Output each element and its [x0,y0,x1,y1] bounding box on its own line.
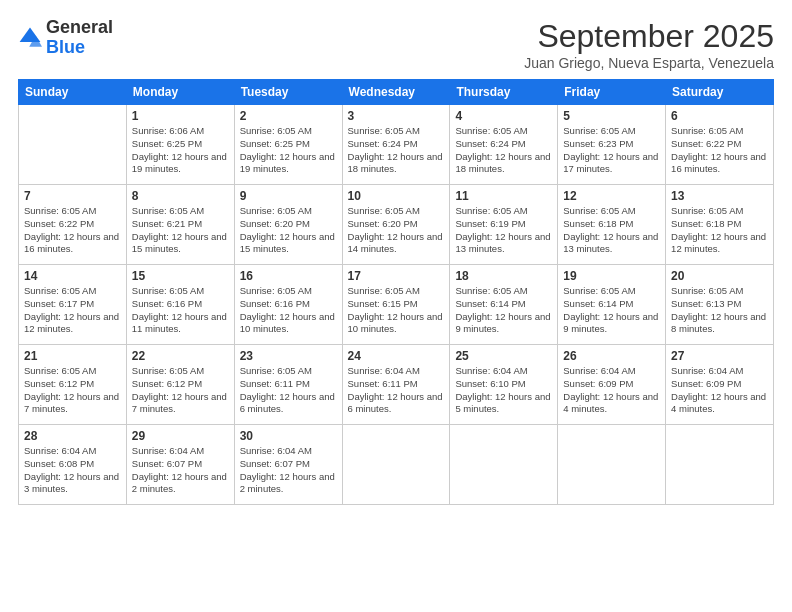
calendar-cell: 27Sunrise: 6:04 AM Sunset: 6:09 PM Dayli… [666,345,774,425]
calendar-cell: 18Sunrise: 6:05 AM Sunset: 6:14 PM Dayli… [450,265,558,345]
location-subtitle: Juan Griego, Nueva Esparta, Venezuela [524,55,774,71]
day-number: 17 [348,269,445,283]
day-number: 29 [132,429,229,443]
day-info: Sunrise: 6:04 AM Sunset: 6:07 PM Dayligh… [240,445,337,496]
logo-text: General Blue [46,18,113,58]
day-info: Sunrise: 6:05 AM Sunset: 6:20 PM Dayligh… [348,205,445,256]
day-number: 7 [24,189,121,203]
calendar-cell: 10Sunrise: 6:05 AM Sunset: 6:20 PM Dayli… [342,185,450,265]
week-row-2: 7Sunrise: 6:05 AM Sunset: 6:22 PM Daylig… [19,185,774,265]
logo-blue: Blue [46,37,85,57]
day-info: Sunrise: 6:04 AM Sunset: 6:09 PM Dayligh… [563,365,660,416]
day-number: 3 [348,109,445,123]
day-info: Sunrise: 6:05 AM Sunset: 6:19 PM Dayligh… [455,205,552,256]
header: General Blue September 2025 Juan Griego,… [18,18,774,71]
day-info: Sunrise: 6:04 AM Sunset: 6:08 PM Dayligh… [24,445,121,496]
day-info: Sunrise: 6:05 AM Sunset: 6:22 PM Dayligh… [671,125,768,176]
calendar-cell: 29Sunrise: 6:04 AM Sunset: 6:07 PM Dayli… [126,425,234,505]
day-info: Sunrise: 6:05 AM Sunset: 6:22 PM Dayligh… [24,205,121,256]
calendar-cell: 7Sunrise: 6:05 AM Sunset: 6:22 PM Daylig… [19,185,127,265]
day-number: 11 [455,189,552,203]
calendar-cell: 3Sunrise: 6:05 AM Sunset: 6:24 PM Daylig… [342,105,450,185]
day-number: 26 [563,349,660,363]
calendar-cell: 6Sunrise: 6:05 AM Sunset: 6:22 PM Daylig… [666,105,774,185]
calendar-cell [558,425,666,505]
calendar-cell: 4Sunrise: 6:05 AM Sunset: 6:24 PM Daylig… [450,105,558,185]
calendar-cell: 25Sunrise: 6:04 AM Sunset: 6:10 PM Dayli… [450,345,558,425]
calendar-table: Sunday Monday Tuesday Wednesday Thursday… [18,79,774,505]
day-number: 1 [132,109,229,123]
day-info: Sunrise: 6:05 AM Sunset: 6:16 PM Dayligh… [132,285,229,336]
calendar-cell [19,105,127,185]
day-info: Sunrise: 6:05 AM Sunset: 6:15 PM Dayligh… [348,285,445,336]
day-info: Sunrise: 6:05 AM Sunset: 6:12 PM Dayligh… [24,365,121,416]
day-info: Sunrise: 6:04 AM Sunset: 6:09 PM Dayligh… [671,365,768,416]
day-info: Sunrise: 6:05 AM Sunset: 6:16 PM Dayligh… [240,285,337,336]
day-number: 4 [455,109,552,123]
day-number: 20 [671,269,768,283]
day-number: 27 [671,349,768,363]
calendar-cell: 14Sunrise: 6:05 AM Sunset: 6:17 PM Dayli… [19,265,127,345]
day-number: 28 [24,429,121,443]
day-info: Sunrise: 6:04 AM Sunset: 6:10 PM Dayligh… [455,365,552,416]
calendar-cell: 2Sunrise: 6:05 AM Sunset: 6:25 PM Daylig… [234,105,342,185]
calendar-cell: 8Sunrise: 6:05 AM Sunset: 6:21 PM Daylig… [126,185,234,265]
calendar-cell: 15Sunrise: 6:05 AM Sunset: 6:16 PM Dayli… [126,265,234,345]
day-number: 25 [455,349,552,363]
calendar-header-row: Sunday Monday Tuesday Wednesday Thursday… [19,80,774,105]
calendar-cell: 16Sunrise: 6:05 AM Sunset: 6:16 PM Dayli… [234,265,342,345]
day-info: Sunrise: 6:05 AM Sunset: 6:25 PM Dayligh… [240,125,337,176]
day-number: 12 [563,189,660,203]
col-sunday: Sunday [19,80,127,105]
day-number: 13 [671,189,768,203]
day-number: 19 [563,269,660,283]
calendar-cell: 24Sunrise: 6:04 AM Sunset: 6:11 PM Dayli… [342,345,450,425]
day-info: Sunrise: 6:05 AM Sunset: 6:24 PM Dayligh… [455,125,552,176]
week-row-4: 21Sunrise: 6:05 AM Sunset: 6:12 PM Dayli… [19,345,774,425]
calendar-cell: 20Sunrise: 6:05 AM Sunset: 6:13 PM Dayli… [666,265,774,345]
calendar-cell: 11Sunrise: 6:05 AM Sunset: 6:19 PM Dayli… [450,185,558,265]
calendar-cell: 12Sunrise: 6:05 AM Sunset: 6:18 PM Dayli… [558,185,666,265]
day-info: Sunrise: 6:06 AM Sunset: 6:25 PM Dayligh… [132,125,229,176]
calendar-cell [666,425,774,505]
calendar-cell [342,425,450,505]
day-info: Sunrise: 6:05 AM Sunset: 6:17 PM Dayligh… [24,285,121,336]
day-info: Sunrise: 6:05 AM Sunset: 6:18 PM Dayligh… [671,205,768,256]
calendar-cell: 22Sunrise: 6:05 AM Sunset: 6:12 PM Dayli… [126,345,234,425]
day-number: 14 [24,269,121,283]
calendar-cell: 23Sunrise: 6:05 AM Sunset: 6:11 PM Dayli… [234,345,342,425]
day-info: Sunrise: 6:05 AM Sunset: 6:14 PM Dayligh… [563,285,660,336]
day-info: Sunrise: 6:05 AM Sunset: 6:23 PM Dayligh… [563,125,660,176]
calendar-cell: 21Sunrise: 6:05 AM Sunset: 6:12 PM Dayli… [19,345,127,425]
col-friday: Friday [558,80,666,105]
week-row-1: 1Sunrise: 6:06 AM Sunset: 6:25 PM Daylig… [19,105,774,185]
day-number: 15 [132,269,229,283]
day-number: 21 [24,349,121,363]
calendar-cell: 1Sunrise: 6:06 AM Sunset: 6:25 PM Daylig… [126,105,234,185]
day-number: 6 [671,109,768,123]
day-info: Sunrise: 6:05 AM Sunset: 6:14 PM Dayligh… [455,285,552,336]
day-number: 23 [240,349,337,363]
day-info: Sunrise: 6:05 AM Sunset: 6:11 PM Dayligh… [240,365,337,416]
day-number: 2 [240,109,337,123]
day-number: 16 [240,269,337,283]
day-number: 8 [132,189,229,203]
day-info: Sunrise: 6:05 AM Sunset: 6:13 PM Dayligh… [671,285,768,336]
col-saturday: Saturday [666,80,774,105]
day-info: Sunrise: 6:05 AM Sunset: 6:24 PM Dayligh… [348,125,445,176]
day-info: Sunrise: 6:05 AM Sunset: 6:21 PM Dayligh… [132,205,229,256]
calendar-cell: 5Sunrise: 6:05 AM Sunset: 6:23 PM Daylig… [558,105,666,185]
day-info: Sunrise: 6:05 AM Sunset: 6:20 PM Dayligh… [240,205,337,256]
title-block: September 2025 Juan Griego, Nueva Espart… [524,18,774,71]
week-row-5: 28Sunrise: 6:04 AM Sunset: 6:08 PM Dayli… [19,425,774,505]
day-number: 9 [240,189,337,203]
day-info: Sunrise: 6:05 AM Sunset: 6:12 PM Dayligh… [132,365,229,416]
calendar-cell: 17Sunrise: 6:05 AM Sunset: 6:15 PM Dayli… [342,265,450,345]
calendar-cell: 13Sunrise: 6:05 AM Sunset: 6:18 PM Dayli… [666,185,774,265]
day-number: 10 [348,189,445,203]
calendar-cell: 30Sunrise: 6:04 AM Sunset: 6:07 PM Dayli… [234,425,342,505]
day-number: 5 [563,109,660,123]
week-row-3: 14Sunrise: 6:05 AM Sunset: 6:17 PM Dayli… [19,265,774,345]
calendar-cell [450,425,558,505]
day-number: 24 [348,349,445,363]
